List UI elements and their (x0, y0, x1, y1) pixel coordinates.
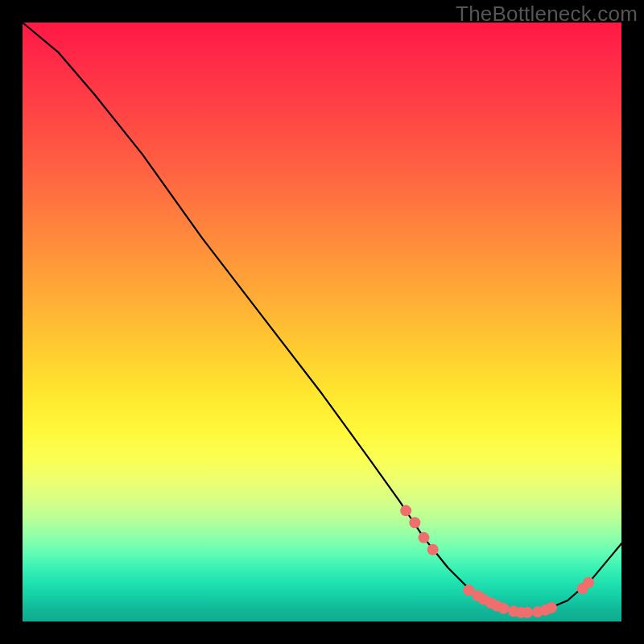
highlight-dot (546, 602, 557, 613)
highlight-dot (522, 607, 533, 618)
watermark-label: TheBottleneck.com (456, 2, 638, 27)
chart-frame: TheBottleneck.com (0, 0, 644, 644)
highlight-dot (409, 517, 420, 528)
highlight-dot (418, 532, 429, 543)
chart-svg (23, 23, 621, 621)
highlight-dot (497, 603, 509, 614)
highlight-dot (583, 577, 594, 588)
highlight-dot (400, 505, 411, 516)
plot-area (23, 23, 621, 621)
bottleneck-curve (23, 23, 621, 613)
highlight-dot (427, 544, 439, 555)
